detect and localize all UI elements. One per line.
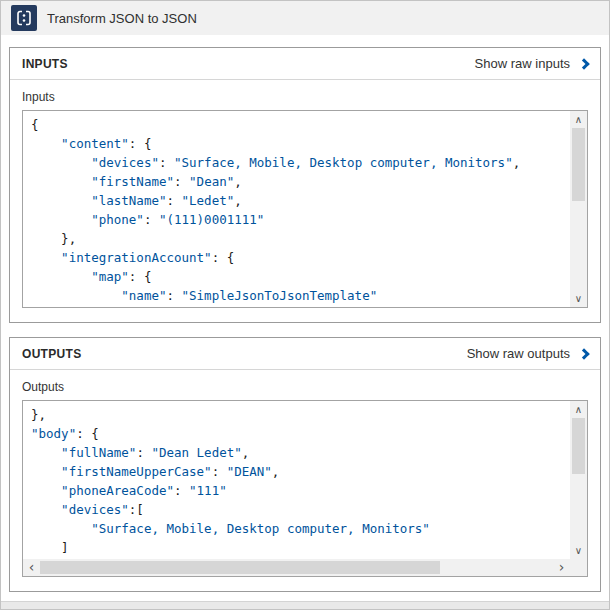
outputs-horizontal-scrollbar[interactable]: ‹ › (23, 559, 587, 576)
scroll-up-icon[interactable]: ∧ (570, 401, 587, 418)
scroll-right-icon[interactable]: › (553, 559, 570, 576)
outputs-label: Outputs (22, 380, 588, 394)
inputs-vertical-scrollbar[interactable]: ∧ ∨ (570, 111, 587, 307)
outputs-vertical-scrollbar[interactable]: ∧ ∨ (570, 401, 587, 559)
page-bottom-strip (1, 601, 609, 609)
outputs-panel-body: Outputs },"body": { "fullName": "Dean Le… (10, 370, 600, 591)
outputs-hscroll-thumb[interactable] (40, 561, 440, 574)
scroll-down-icon[interactable]: ∨ (570, 290, 587, 307)
outputs-code: },"body": { "fullName": "Dean Ledet", "f… (23, 401, 570, 559)
outputs-panel-header: OUTPUTS Show raw outputs (10, 338, 600, 370)
inputs-label: Inputs (22, 90, 588, 104)
transform-json-icon (11, 5, 37, 31)
action-title: Transform JSON to JSON (47, 11, 197, 26)
inputs-panel-header: INPUTS Show raw inputs (10, 48, 600, 80)
scroll-up-icon[interactable]: ∧ (570, 111, 587, 128)
action-header: Transform JSON to JSON (1, 1, 609, 35)
scroll-down-icon[interactable]: ∨ (570, 542, 587, 559)
inputs-panel: INPUTS Show raw inputs Inputs { "content… (9, 47, 601, 323)
outputs-vscroll-track[interactable] (570, 418, 587, 542)
chevron-right-icon (578, 348, 589, 359)
chevron-right-icon (578, 58, 589, 69)
inputs-panel-body: Inputs { "content": { "devices": "Surfac… (10, 80, 600, 322)
outputs-vscroll-thumb[interactable] (572, 418, 585, 474)
outputs-panel-title: OUTPUTS (22, 347, 81, 361)
outputs-code-box: },"body": { "fullName": "Dean Ledet", "f… (22, 400, 588, 577)
scrollbar-corner (570, 559, 587, 576)
inputs-code: { "content": { "devices": "Surface, Mobi… (23, 111, 570, 307)
inputs-vscroll-track[interactable] (570, 128, 587, 290)
show-raw-outputs-label: Show raw outputs (467, 346, 570, 361)
outputs-panel: OUTPUTS Show raw outputs Outputs },"body… (9, 337, 601, 592)
inputs-code-box: { "content": { "devices": "Surface, Mobi… (22, 110, 588, 308)
outputs-hscroll-track[interactable] (40, 559, 553, 576)
inputs-vscroll-thumb[interactable] (572, 128, 585, 201)
show-raw-inputs-label: Show raw inputs (475, 56, 570, 71)
show-raw-inputs-link[interactable]: Show raw inputs (475, 56, 588, 71)
inputs-panel-title: INPUTS (22, 57, 68, 71)
show-raw-outputs-link[interactable]: Show raw outputs (467, 346, 588, 361)
scroll-left-icon[interactable]: ‹ (23, 559, 40, 576)
